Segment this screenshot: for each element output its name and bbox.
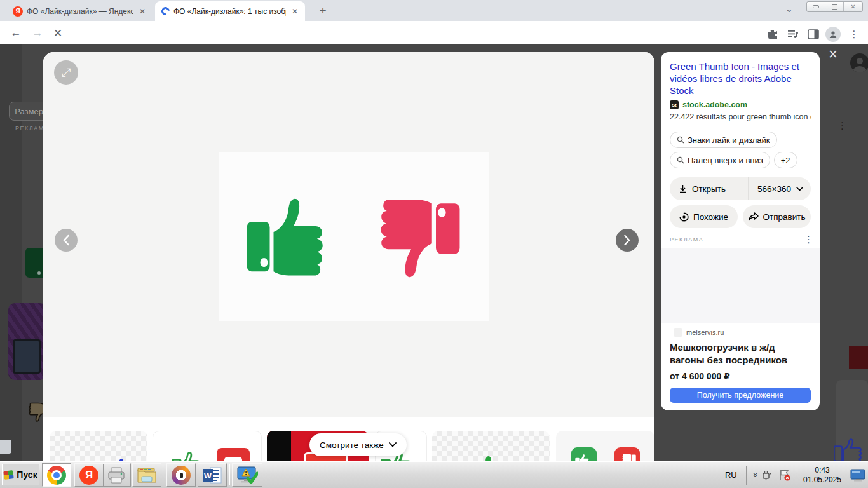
minimize-button[interactable]	[807, 2, 825, 11]
system-tray: RU « 0:43 01.05.2025	[720, 463, 865, 487]
taskbar-chrome-button[interactable]	[42, 463, 71, 487]
ad-card: РЕКЛАМА ⋮ melservis.ru Мешкопогрузчик в …	[661, 229, 820, 410]
taskbar-yandex-button[interactable]: Я	[74, 463, 104, 487]
site-description: 22.422 résultats pour green thumb icon d…	[670, 112, 811, 121]
size-select-button[interactable]: 566×360	[748, 177, 811, 200]
search-icon	[677, 156, 684, 164]
share-arrow-icon	[749, 212, 759, 221]
side-panel-icon[interactable]	[806, 27, 821, 42]
dimmed-ui-fragment	[0, 440, 11, 454]
new-tab-button[interactable]: +	[315, 3, 330, 18]
show-hidden-icons-chevron[interactable]: «	[750, 473, 759, 477]
similar-images-button[interactable]: Похожие	[670, 205, 738, 228]
browser-toolbar: ← → ✕ yandex.kz/images/search?from=tabba…	[0, 21, 868, 44]
ad-site-favicon	[674, 328, 682, 337]
download-icon	[679, 184, 687, 193]
next-image-button[interactable]	[616, 229, 639, 252]
browser-window: Я ФО «Лайк-дизлайк» — Яндекс: на ✕ ФО «Л…	[0, 0, 868, 488]
tab-close-icon[interactable]: ✕	[137, 7, 147, 16]
forward-button[interactable]: →	[29, 25, 46, 41]
tray-clock[interactable]: 0:43 01.05.2025	[798, 466, 846, 485]
windows-flag-icon	[4, 470, 15, 480]
tray-time: 0:43	[798, 466, 846, 475]
viewer-stage: ⤢	[43, 52, 654, 417]
taskbar-folder-button[interactable]	[132, 463, 161, 487]
extensions-puzzle-icon[interactable]	[765, 27, 780, 42]
more-queries-chip[interactable]: +2	[774, 152, 797, 168]
stop-button[interactable]: ✕	[50, 25, 66, 41]
yandex-browser-icon: Я	[79, 466, 98, 485]
dimmed-thumbnail	[8, 303, 46, 380]
window-controls: ✕	[806, 1, 863, 12]
restore-button[interactable]	[825, 2, 844, 11]
tab-images-result[interactable]: ФО «Лайк-дизлайк»: 1 тыс изобра ✕	[155, 1, 305, 21]
taskbar-printer-button[interactable]	[102, 463, 131, 487]
ad-title[interactable]: Мешкопогрузчик в ж/д вагоны без посредни…	[661, 337, 820, 367]
image-viewer-card: ⤢	[43, 52, 654, 480]
close-window-button[interactable]: ✕	[844, 2, 862, 11]
search-icon	[677, 136, 684, 144]
ad-site-domain[interactable]: melservis.ru	[686, 329, 724, 336]
dimmed-profile-avatar	[850, 53, 868, 72]
profile-avatar[interactable]	[825, 27, 841, 42]
safely-remove-hardware-icon[interactable]	[761, 469, 773, 481]
ad-image-placeholder[interactable]	[661, 248, 820, 323]
tab-yandex-search[interactable]: Я ФО «Лайк-дизлайк» — Яндекс: на ✕	[6, 1, 153, 21]
taskbar-divider	[229, 464, 230, 485]
viewer-close-icon[interactable]: ✕	[828, 48, 838, 60]
svg-text:W: W	[204, 471, 212, 480]
image-info-panel: Green Thumb Icon - Images et vidéos libr…	[661, 52, 820, 255]
word-icon: W	[202, 466, 222, 484]
dimmed-results-page: Размер⌄ РЕКЛАМА ⋮ ✕ ⤢	[0, 44, 868, 488]
open-button[interactable]: Открыть	[670, 177, 735, 200]
site-favicon: St	[670, 100, 679, 109]
site-domain[interactable]: stock.adobe.com	[682, 100, 747, 109]
taskbar-avast-button[interactable]	[166, 463, 196, 487]
tab-title: ФО «Лайк-дизлайк»: 1 тыс изобра	[173, 7, 286, 16]
show-desktop-icon[interactable]	[850, 469, 865, 482]
dimmed-thumbnail	[25, 248, 43, 278]
windows-taskbar: Пуск Я W RU « 0:43 01.05.2025	[0, 461, 868, 488]
collections-favicon	[159, 5, 171, 17]
start-button[interactable]: Пуск	[2, 464, 39, 485]
yandex-favicon: Я	[13, 6, 23, 17]
related-query-chip[interactable]: Палец вверх и вниз	[670, 152, 770, 168]
dimmed-menu-dots: ⋮	[837, 123, 847, 128]
related-query-chip[interactable]: Знаки лайк и дизлайк	[670, 132, 777, 148]
language-indicator[interactable]: RU	[720, 470, 742, 480]
back-button[interactable]: ←	[8, 25, 24, 41]
ad-price: от 4 600 000 ₽	[661, 367, 820, 381]
fullscreen-expand-icon[interactable]: ⤢	[54, 60, 78, 85]
dimmed-thumbnail	[849, 346, 868, 369]
tray-divider	[746, 466, 747, 485]
folder-icon	[137, 466, 157, 484]
open-size-split-button: Открыть 566×360	[670, 177, 811, 200]
ad-menu-icon[interactable]: ⋮	[804, 234, 813, 245]
browser-menu-icon[interactable]: ⋮	[846, 27, 862, 42]
tab-title: ФО «Лайк-дизлайк» — Яндекс: на	[27, 7, 133, 16]
monitor-warning-check-icon	[236, 466, 258, 485]
send-button[interactable]: Отправить	[743, 205, 811, 228]
source-page-link[interactable]: Green Thumb Icon - Images et vidéos libr…	[670, 60, 811, 97]
tab-close-icon[interactable]: ✕	[290, 7, 300, 16]
taskbar-word-button[interactable]: W	[198, 463, 227, 487]
chevron-down-icon	[796, 187, 803, 191]
chrome-icon	[47, 466, 66, 485]
network-problem-flag-icon[interactable]	[778, 469, 792, 482]
see-also-button[interactable]: Смотрите также	[309, 433, 407, 456]
media-controls-icon[interactable]	[785, 27, 801, 42]
tab-strip: Я ФО «Лайк-дизлайк» — Яндекс: на ✕ ФО «Л…	[0, 0, 868, 21]
ad-label: РЕКЛАМА	[670, 236, 703, 243]
main-image-like-dislike[interactable]	[219, 152, 489, 321]
printer-icon	[107, 466, 126, 484]
similar-search-icon	[679, 212, 689, 222]
previous-image-button[interactable]	[55, 229, 78, 252]
avast-browser-icon	[172, 466, 191, 485]
ad-cta-button[interactable]: Получить предложение	[670, 388, 811, 403]
tray-date: 01.05.2025	[798, 475, 846, 485]
chevron-down-icon	[389, 442, 397, 447]
taskbar-update-status-button[interactable]	[232, 463, 262, 487]
tab-search-chevron-icon[interactable]: ⌄	[785, 4, 793, 14]
